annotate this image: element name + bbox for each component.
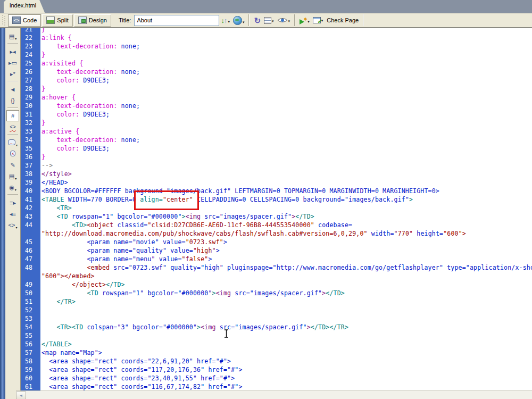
view-options-icon [264,17,271,24]
code-text: color: D9DEE3; [40,144,532,153]
preview-in-browser-globe-icon [233,16,242,25]
line-number [21,272,40,280]
code-row: 37--> [21,161,532,170]
code-row: "http://download.macromedia.com/pub/shoc… [21,229,532,238]
code-row: 27 color: D9DEE3; [21,76,532,85]
code-text [40,331,532,340]
indent-code-icon[interactable]: ≡▸ [6,197,19,208]
chevron-down-icon: ▾ [15,177,16,180]
code-view-icon: <> [12,16,21,24]
code-row: 51 </TR> [21,297,532,306]
open-documents-icon[interactable]: ▤▾ [6,30,19,41]
code-view-label: Code [23,17,37,23]
panel-splitter[interactable] [0,28,5,399]
code-row: 26 text-decoration: none; [21,68,532,76]
check-page-button[interactable]: ✓ ▾ Check Page [313,17,359,23]
separator [7,107,18,109]
preview-in-browser-button[interactable]: ▾ [233,16,245,25]
code-text: "http://download.macromedia.com/pub/shoc… [40,229,532,238]
line-number: 41 [21,195,40,204]
apply-comment-icon[interactable]: …▾ [6,137,19,148]
sparkle-icon: ◆ [304,16,307,21]
move-css-icon[interactable]: ◉▾ [6,181,19,193]
line-number: 29 [21,93,40,102]
text-cursor [223,329,229,338]
code-text: <TD rowspan="1" bgcolor="#000000"><img s… [40,212,532,221]
collapse-full-tag-icon[interactable]: ▸◂ [6,46,19,57]
code-text: a:visited { [40,59,532,68]
title-input[interactable] [134,15,219,26]
code-row: 52 [21,306,532,314]
code-text: } [40,51,532,59]
line-number: 56 [21,340,40,348]
line-number: 55 [21,331,40,340]
recent-snippets-icon[interactable]: ▤▾ [6,170,19,181]
code-row: 22a:link { [21,34,532,42]
line-number: 38 [21,170,40,178]
view-options-button[interactable]: ▾ [264,17,274,24]
line-number: 57 [21,348,40,357]
line-number: 26 [21,68,40,76]
code-row: 57<map name="Map"> [21,348,532,357]
code-row: 43 <TD rowspan="1" bgcolor="#000000"><im… [21,212,532,221]
code-text: --> [40,161,532,170]
format-source-code-icon[interactable]: <>▾ [6,219,19,230]
toolbar-grip[interactable] [2,15,5,26]
line-number: 50 [21,289,40,297]
refresh-icon: ↻ [254,16,261,24]
line-number: 22 [21,34,40,42]
toolbar-separator [363,14,364,26]
refresh-button[interactable]: ↻ [254,16,261,24]
code-row: 44 <TD><object classid="clsid:D27CDB6E-A… [21,221,532,229]
code-text: <area shape="rect" coords="116,67,174,82… [40,383,532,391]
outdent-code-icon[interactable]: ◂≡ [6,208,19,219]
coding-toolbar: ▤▾▸◂▸▭▸*◄{}#<>…▾x✎▤▾◉▾≡▸◂≡<>▾ [5,28,21,399]
line-number: 52 [21,306,40,314]
code-row: 36} [21,153,532,161]
highlight-invalid-code-icon[interactable]: <> [6,121,19,132]
code-text: <param name="movie" value="0723.swf"> [40,238,532,246]
check-mark-icon: ✓ [317,18,322,25]
design-view-label: Design [89,17,107,23]
scroll-left-button[interactable]: ◂ [16,391,26,399]
title-label: Title: [119,17,131,23]
split-view-icon [46,16,55,24]
code-text: color: D9DEE3; [40,76,532,85]
code-row: 23 text-decoration: none; [21,42,532,51]
select-parent-tag-icon[interactable]: ◄ [6,84,19,95]
visual-aids-button[interactable]: ▾ [277,16,290,24]
code-editor[interactable]: 21}22a:link {23 text-decoration: none;24… [21,28,532,391]
separator [7,194,18,195]
document-tab[interactable]: index.html [4,0,45,13]
code-row: 30 text-decoration: none; [21,102,532,110]
code-text: </HEAD> [40,178,532,187]
line-numbers-icon[interactable]: # [6,110,19,121]
wrap-tag-icon[interactable]: ✎ [6,159,19,170]
document-tab-bar: index.html [0,0,532,13]
expand-all-icon[interactable]: ▸* [6,68,19,79]
line-number: 33 [21,127,40,136]
file-management-button[interactable]: ↓↑ ▾ [221,16,230,24]
code-row: 39</HEAD> [21,178,532,187]
code-text: } [40,28,532,34]
code-text: </TR> [40,297,532,306]
collapse-selection-icon[interactable]: ▸▭ [6,57,19,68]
chevron-down-icon: ▾ [16,143,18,147]
design-view-button[interactable]: Design [74,14,111,27]
scrollbar-track[interactable] [26,391,532,399]
code-text: </object></TD> [40,280,532,289]
chevron-down-icon: ▾ [243,20,245,25]
code-row: 45 <param name="movie" value="0723.swf"> [21,238,532,246]
chevron-down-icon: ▾ [15,188,16,192]
code-row: 25a:visited { [21,59,532,68]
horizontal-scrollbar[interactable]: ◂ [16,390,532,399]
live-data-button[interactable]: ◆ ▾ [300,16,310,24]
code-row: 59 <area shape="rect" coords="117,20,176… [21,365,532,374]
code-view-button[interactable]: <> Code [8,14,41,27]
remove-comment-icon[interactable]: x [6,148,19,159]
code-text: <TD rowspan="1" bgcolor="#000000"><img s… [40,289,532,297]
code-text: } [40,85,532,93]
line-number: 53 [21,314,40,323]
balance-braces-icon[interactable]: {} [6,95,19,106]
split-view-button[interactable]: Split [42,14,72,27]
